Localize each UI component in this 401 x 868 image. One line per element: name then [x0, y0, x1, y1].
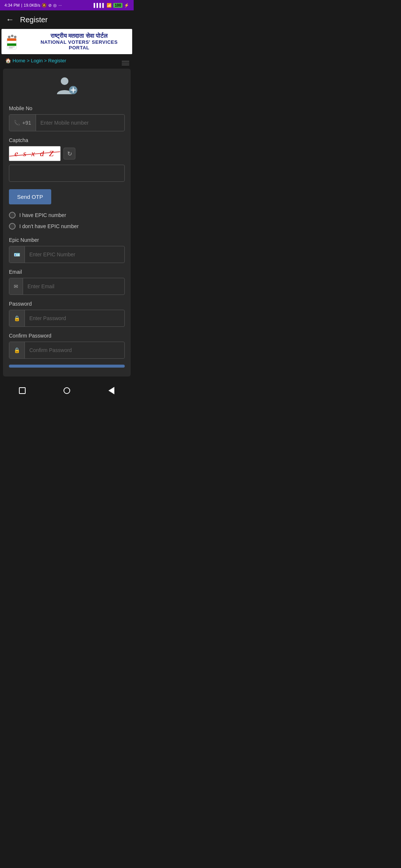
recent-apps-button[interactable] [18, 386, 27, 395]
app-bar: ← Register [0, 10, 134, 29]
mobile-input[interactable] [36, 115, 124, 131]
breadcrumb-home[interactable]: Home [13, 58, 26, 63]
recent-apps-icon [19, 387, 26, 394]
battery-display: 100 [113, 3, 123, 8]
speed-value: 19.0KB/s [24, 3, 40, 7]
more-icon: ··· [58, 3, 62, 7]
mobile-label: Mobile No [9, 105, 125, 111]
signal-icon: ▌▌▌▌ [94, 3, 105, 7]
mobile-prefix: 📞 +91 [9, 115, 36, 131]
charging-icon: ⚡ [124, 3, 129, 8]
svg-rect-4 [7, 46, 16, 49]
home-button[interactable] [62, 386, 71, 395]
confirm-password-prefix: 🔒 [9, 342, 25, 358]
confirm-password-section: Confirm Password 🔒 [9, 333, 125, 359]
captcha-row: e s x d Z ↻ [9, 146, 125, 161]
banner-hindi: राष्ट्रीय मतदाता सेवा पोर्टल [50, 33, 108, 39]
epic-label: Epic Number [9, 237, 125, 243]
speed-display: | [21, 3, 22, 7]
submit-button-hint [9, 365, 125, 368]
svg-rect-2 [7, 41, 16, 43]
radio-label-have-epic: I have EPIC number [19, 212, 66, 218]
email-label: Email [9, 269, 125, 275]
radio-circle-have-epic [9, 212, 16, 218]
wifi-icon: 📶 [107, 3, 112, 8]
dnd-icon: ⊘ [48, 3, 52, 8]
breadcrumb-login[interactable]: Login [31, 58, 43, 63]
back-icon [108, 387, 114, 394]
email-section: Email ✉ [9, 269, 125, 295]
email-prefix: ✉ [9, 278, 23, 295]
svg-rect-3 [7, 43, 16, 46]
password-prefix: 🔒 [9, 310, 25, 326]
location-icon: ◎ [53, 3, 57, 8]
email-input-group: ✉ [9, 278, 125, 295]
app-title: Register [20, 16, 48, 24]
mute-icon: 🔕 [42, 3, 47, 8]
id-card-icon: 🪪 [14, 251, 20, 257]
breadcrumb: 🏠 Home > Login > Register [0, 54, 134, 67]
back-button[interactable]: ← [6, 15, 14, 24]
svg-rect-1 [7, 39, 16, 41]
mobile-section: Mobile No 📞 +91 [9, 105, 125, 131]
radio-label-no-epic: I don't have EPIC number [19, 223, 79, 229]
country-code: +91 [22, 120, 31, 126]
mobile-input-group: 📞 +91 [9, 114, 125, 131]
status-left: 4:34 PM | 19.0KB/s 🔕 ⊘ ◎ ··· [4, 3, 62, 8]
radio-circle-no-epic [9, 223, 16, 230]
confirm-password-input[interactable] [25, 342, 124, 358]
password-input-group: 🔒 [9, 310, 125, 327]
lock-icon-confirm: 🔒 [14, 347, 20, 353]
menu-icon[interactable] [120, 59, 131, 67]
bottom-nav [0, 382, 134, 400]
password-label: Password [9, 301, 125, 307]
eci-logo [7, 33, 27, 50]
svg-point-10 [61, 78, 69, 85]
banner: राष्ट्रीय मतदाता सेवा पोर्टल NATIONAL VO… [1, 29, 132, 54]
password-input[interactable] [25, 310, 124, 326]
captcha-refresh-button[interactable]: ↻ [63, 148, 75, 160]
captcha-label: Captcha [9, 137, 125, 143]
breadcrumb-register[interactable]: Register [48, 58, 66, 63]
captcha-input[interactable] [9, 165, 125, 182]
svg-point-7 [14, 36, 17, 38]
radio-have-epic[interactable]: I have EPIC number [9, 212, 125, 218]
home-icon [63, 387, 70, 394]
banner-english: NATIONAL VOTERS' SERVICES PORTAL [31, 39, 127, 50]
user-add-icon [9, 76, 125, 96]
confirm-password-input-group: 🔒 [9, 342, 125, 359]
svg-point-6 [11, 34, 13, 37]
epic-radio-group: I have EPIC number I don't have EPIC num… [9, 212, 125, 230]
epic-section: Epic Number 🪪 [9, 237, 125, 263]
epic-number-input[interactable] [25, 246, 124, 263]
send-otp-button[interactable]: Send OTP [9, 189, 51, 204]
confirm-password-label: Confirm Password [9, 333, 125, 339]
status-right: ▌▌▌▌ 📶 100 ⚡ [94, 3, 129, 8]
password-section: Password 🔒 [9, 301, 125, 327]
register-form-card: Mobile No 📞 +91 Captcha e s x d Z ↻ Send… [3, 69, 131, 377]
radio-no-epic[interactable]: I don't have EPIC number [9, 223, 125, 230]
epic-prefix: 🪪 [9, 246, 25, 263]
phone-icon: 📞 [14, 120, 20, 126]
email-input[interactable] [23, 278, 124, 295]
back-button-nav[interactable] [107, 386, 116, 395]
refresh-icon: ↻ [67, 150, 72, 157]
svg-point-5 [8, 36, 10, 38]
captcha-image: e s x d Z [9, 146, 61, 161]
banner-text: राष्ट्रीय मतदाता सेवा पोर्टल NATIONAL VO… [31, 33, 127, 50]
envelope-icon: ✉ [14, 283, 18, 289]
epic-input-group: 🪪 [9, 246, 125, 263]
captcha-section: Captcha e s x d Z ↻ [9, 137, 125, 188]
status-bar: 4:34 PM | 19.0KB/s 🔕 ⊘ ◎ ··· ▌▌▌▌ 📶 100 … [0, 0, 134, 10]
lock-icon: 🔒 [14, 315, 20, 321]
time-display: 4:34 PM [4, 3, 20, 7]
